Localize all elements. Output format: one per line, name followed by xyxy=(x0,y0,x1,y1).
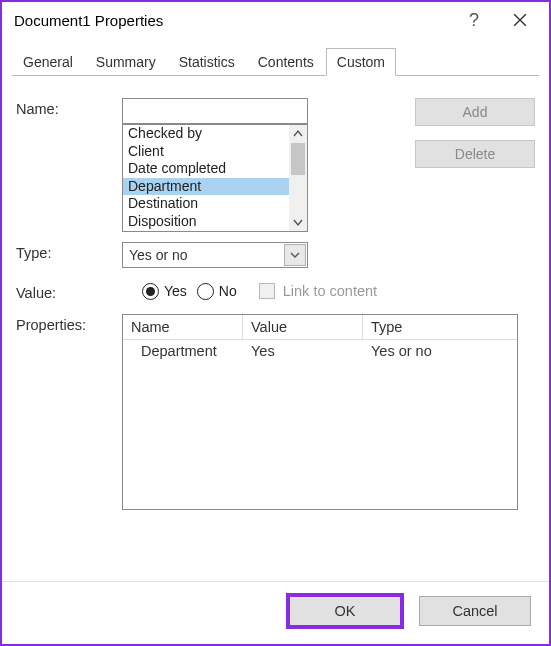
cell-value: Yes xyxy=(243,343,363,359)
tab-custom[interactable]: Custom xyxy=(326,48,396,76)
titlebar: Document1 Properties ? xyxy=(2,2,549,38)
chevron-down-icon xyxy=(290,250,300,260)
properties-dialog: Document1 Properties ? General Summary S… xyxy=(0,0,551,646)
properties-table-body: Department Yes Yes or no xyxy=(123,340,517,362)
type-select[interactable]: Yes or no xyxy=(122,242,308,268)
tab-contents[interactable]: Contents xyxy=(247,48,325,76)
radio-icon xyxy=(142,283,159,300)
value-row: Value: Yes No Link to content xyxy=(16,278,535,304)
properties-table[interactable]: Name Value Type Department Yes Yes or no xyxy=(122,314,518,510)
col-header-name[interactable]: Name xyxy=(123,315,243,339)
col-header-type[interactable]: Type xyxy=(363,315,517,339)
list-item[interactable]: Date completed xyxy=(123,160,289,178)
radio-icon xyxy=(197,283,214,300)
tab-summary[interactable]: Summary xyxy=(85,48,167,76)
tab-statistics[interactable]: Statistics xyxy=(168,48,246,76)
window-title: Document1 Properties xyxy=(14,12,451,29)
list-item[interactable]: Destination xyxy=(123,195,289,213)
list-item[interactable]: Disposition xyxy=(123,213,289,231)
side-button-column: Add Delete xyxy=(415,98,535,168)
type-select-value: Yes or no xyxy=(123,247,283,263)
help-icon: ? xyxy=(469,10,479,31)
name-row: Name: Checked by Client Date completed D… xyxy=(16,98,535,232)
cell-name: Department xyxy=(123,343,243,359)
list-item[interactable]: Client xyxy=(123,143,289,161)
table-row[interactable]: Department Yes Yes or no xyxy=(123,340,517,362)
ok-button[interactable]: OK xyxy=(289,596,401,626)
value-radio-no[interactable]: No xyxy=(197,283,237,300)
scroll-up-icon[interactable] xyxy=(289,125,307,143)
value-radio-group: Yes No xyxy=(122,278,237,304)
cancel-button[interactable]: Cancel xyxy=(419,596,531,626)
add-button[interactable]: Add xyxy=(415,98,535,126)
name-list-scrollbar[interactable] xyxy=(289,125,307,231)
list-item[interactable]: Department xyxy=(123,178,289,196)
link-to-content-wrap: Link to content xyxy=(259,283,377,299)
type-label: Type: xyxy=(16,242,122,261)
value-radio-yes[interactable]: Yes xyxy=(142,283,187,300)
tab-general[interactable]: General xyxy=(12,48,84,76)
type-row: Type: Yes or no xyxy=(16,242,535,268)
cell-type: Yes or no xyxy=(363,343,517,359)
name-list-items: Checked by Client Date completed Departm… xyxy=(123,125,289,231)
close-button[interactable] xyxy=(497,5,543,35)
close-icon xyxy=(513,13,527,27)
delete-button[interactable]: Delete xyxy=(415,140,535,168)
col-header-value[interactable]: Value xyxy=(243,315,363,339)
name-input[interactable] xyxy=(122,98,308,124)
tab-content-custom: Name: Checked by Client Date completed D… xyxy=(2,76,549,581)
help-button[interactable]: ? xyxy=(451,5,497,35)
dialog-footer: OK Cancel xyxy=(2,581,549,644)
scroll-down-icon[interactable] xyxy=(289,213,307,231)
type-select-arrow[interactable] xyxy=(284,244,306,266)
radio-label: No xyxy=(219,283,237,299)
link-to-content-checkbox[interactable] xyxy=(259,283,275,299)
name-listbox[interactable]: Checked by Client Date completed Departm… xyxy=(122,124,308,232)
properties-table-header: Name Value Type xyxy=(123,315,517,340)
name-label: Name: xyxy=(16,98,122,117)
radio-label: Yes xyxy=(164,283,187,299)
link-to-content-label: Link to content xyxy=(283,283,377,299)
value-label: Value: xyxy=(16,282,122,301)
tab-strip: General Summary Statistics Contents Cust… xyxy=(12,48,539,76)
properties-row: Properties: Name Value Type Department Y… xyxy=(16,314,535,510)
scroll-thumb[interactable] xyxy=(291,143,305,175)
properties-label: Properties: xyxy=(16,314,122,333)
list-item[interactable]: Checked by xyxy=(123,125,289,143)
